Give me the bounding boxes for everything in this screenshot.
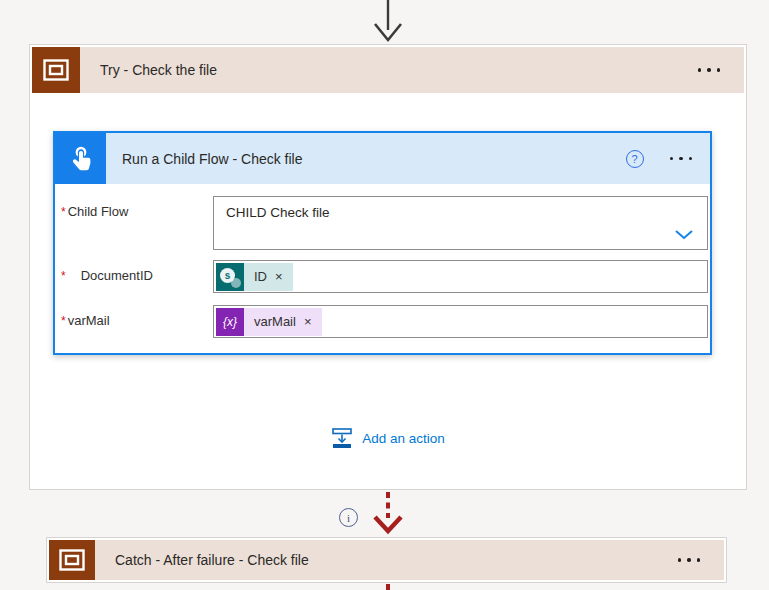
child-flow-card-titlebar: Run a Child Flow - Check file ?	[106, 133, 710, 184]
scope-icon	[49, 540, 95, 580]
scope-rect-icon	[59, 549, 85, 571]
child-flow-dropdown[interactable]: CHILD Check file	[213, 196, 708, 250]
try-scope-titlebar: Try - Check the file	[80, 47, 744, 93]
add-action-icon	[331, 428, 353, 449]
try-scope-header[interactable]: Try - Check the file	[32, 47, 744, 93]
hand-tap-icon	[66, 144, 96, 174]
token-label: varMail	[254, 314, 296, 329]
field-row-child-flow: * Child Flow CHILD Check file	[61, 196, 708, 250]
documentid-token[interactable]: s ID ×	[216, 263, 293, 291]
varmail-input[interactable]: {x} varMail ×	[213, 305, 708, 338]
field-row-documentid: * DocumentID s ID ×	[61, 260, 708, 293]
child-flow-card-title: Run a Child Flow - Check file	[122, 151, 303, 167]
catch-scope-header[interactable]: Catch - After failure - Check file	[49, 540, 724, 580]
varmail-token[interactable]: {x} varMail ×	[216, 308, 322, 336]
varmail-label: * varMail	[61, 305, 213, 330]
sharepoint-icon: s	[216, 263, 244, 291]
try-scope: Try - Check the file Run a Child Flow - …	[29, 44, 747, 490]
documentid-label: * DocumentID	[61, 260, 213, 285]
child-flow-card: Run a Child Flow - Check file ? * Child …	[53, 131, 712, 355]
help-icon[interactable]: ?	[626, 150, 644, 168]
documentid-input[interactable]: s ID ×	[213, 260, 708, 293]
child-flow-menu-button[interactable]	[668, 151, 695, 167]
add-action-button[interactable]: Add an action	[30, 428, 746, 449]
info-icon[interactable]: i	[339, 508, 358, 527]
child-flow-card-header[interactable]: Run a Child Flow - Check file ?	[55, 133, 710, 184]
token-label: ID	[254, 269, 267, 284]
try-scope-menu-button[interactable]	[696, 62, 723, 78]
catch-scope-menu-button[interactable]	[676, 552, 703, 568]
token-remove-button[interactable]: ×	[304, 314, 312, 329]
failure-arrow-continuation	[384, 584, 392, 590]
required-asterisk: *	[61, 313, 66, 330]
entry-arrow-icon	[372, 0, 404, 44]
flow-designer-canvas: Try - Check the file Run a Child Flow - …	[0, 0, 769, 590]
child-flow-card-body: * Child Flow CHILD Check file * Documen	[55, 184, 710, 338]
field-row-varmail: * varMail {x} varMail ×	[61, 305, 708, 338]
try-scope-title: Try - Check the file	[100, 62, 217, 78]
required-asterisk: *	[61, 268, 66, 285]
touch-icon	[55, 133, 106, 184]
catch-scope-titlebar: Catch - After failure - Check file	[95, 540, 724, 580]
scope-icon	[32, 47, 80, 93]
required-asterisk: *	[61, 204, 66, 221]
add-action-label: Add an action	[362, 431, 445, 446]
catch-scope: Catch - After failure - Check file	[46, 537, 727, 583]
documentid-token-body: ID ×	[244, 263, 293, 291]
varmail-token-body: varMail ×	[244, 308, 322, 336]
child-flow-dropdown-value: CHILD Check file	[226, 205, 330, 220]
child-flow-label: * Child Flow	[61, 196, 213, 221]
scope-rect-icon	[43, 59, 69, 81]
variable-x-icon: {x}	[216, 308, 244, 336]
token-remove-button[interactable]: ×	[275, 269, 283, 284]
failure-arrow-icon	[372, 491, 404, 535]
catch-scope-title: Catch - After failure - Check file	[115, 552, 309, 568]
chevron-down-icon[interactable]	[675, 230, 693, 240]
